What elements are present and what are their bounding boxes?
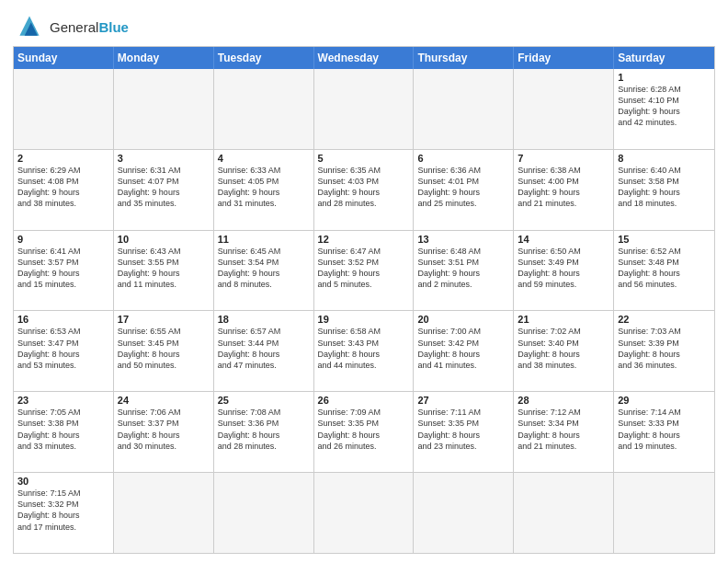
day-number: 21 (518, 314, 609, 325)
day-info: Sunrise: 6:47 AM Sunset: 3:52 PM Dayligh… (318, 246, 410, 291)
calendar-cell (514, 473, 614, 553)
calendar-cell: 16Sunrise: 6:53 AM Sunset: 3:47 PM Dayli… (14, 311, 114, 391)
day-info: Sunrise: 6:33 AM Sunset: 4:05 PM Dayligh… (218, 165, 310, 210)
calendar-body: 1Sunrise: 6:28 AM Sunset: 4:10 PM Daylig… (14, 69, 714, 553)
day-number: 3 (118, 153, 210, 164)
day-number: 15 (618, 234, 711, 245)
day-info: Sunrise: 7:09 AM Sunset: 3:35 PM Dayligh… (318, 407, 410, 452)
calendar-week-5: 23Sunrise: 7:05 AM Sunset: 3:38 PM Dayli… (14, 391, 714, 472)
day-number: 9 (17, 234, 109, 245)
calendar-cell: 27Sunrise: 7:11 AM Sunset: 3:35 PM Dayli… (414, 392, 514, 472)
day-info: Sunrise: 7:11 AM Sunset: 3:35 PM Dayligh… (417, 407, 509, 452)
calendar-cell: 10Sunrise: 6:43 AM Sunset: 3:55 PM Dayli… (114, 231, 214, 311)
day-number: 10 (118, 234, 210, 245)
day-number: 25 (218, 395, 310, 406)
day-number: 18 (218, 314, 310, 325)
day-number: 14 (518, 234, 609, 245)
calendar-cell: 30Sunrise: 7:15 AM Sunset: 3:32 PM Dayli… (14, 473, 114, 553)
day-number: 11 (218, 234, 310, 245)
day-info: Sunrise: 6:36 AM Sunset: 4:01 PM Dayligh… (417, 165, 509, 210)
day-info: Sunrise: 6:55 AM Sunset: 3:45 PM Dayligh… (118, 326, 210, 371)
day-info: Sunrise: 6:50 AM Sunset: 3:49 PM Dayligh… (518, 246, 609, 291)
day-number: 4 (218, 153, 310, 164)
day-info: Sunrise: 7:14 AM Sunset: 3:33 PM Dayligh… (618, 407, 711, 452)
calendar-cell: 17Sunrise: 6:55 AM Sunset: 3:45 PM Dayli… (114, 311, 214, 391)
calendar-week-6: 30Sunrise: 7:15 AM Sunset: 3:32 PM Dayli… (14, 472, 714, 553)
day-info: Sunrise: 7:08 AM Sunset: 3:36 PM Dayligh… (218, 407, 310, 452)
day-info: Sunrise: 6:41 AM Sunset: 3:57 PM Dayligh… (17, 246, 109, 291)
generalblue-logo-icon (13, 13, 46, 40)
day-number: 12 (318, 234, 410, 245)
day-info: Sunrise: 6:57 AM Sunset: 3:44 PM Dayligh… (218, 326, 310, 371)
calendar-week-4: 16Sunrise: 6:53 AM Sunset: 3:47 PM Dayli… (14, 310, 714, 391)
day-number: 8 (618, 153, 711, 164)
header-wednesday: Wednesday (314, 47, 415, 69)
day-number: 28 (518, 395, 609, 406)
calendar-week-2: 2Sunrise: 6:29 AM Sunset: 4:08 PM Daylig… (14, 149, 714, 230)
calendar-cell: 4Sunrise: 6:33 AM Sunset: 4:05 PM Daylig… (214, 150, 314, 230)
day-number: 16 (17, 314, 109, 325)
day-number: 23 (17, 395, 109, 406)
day-number: 13 (417, 234, 509, 245)
logo: GeneralBlue (13, 13, 129, 40)
day-info: Sunrise: 7:03 AM Sunset: 3:39 PM Dayligh… (618, 326, 711, 371)
calendar-cell: 25Sunrise: 7:08 AM Sunset: 3:36 PM Dayli… (214, 392, 314, 472)
calendar-cell: 28Sunrise: 7:12 AM Sunset: 3:34 PM Dayli… (514, 392, 614, 472)
header-sunday: Sunday (14, 47, 114, 69)
calendar-cell: 22Sunrise: 7:03 AM Sunset: 3:39 PM Dayli… (614, 311, 714, 391)
day-info: Sunrise: 6:53 AM Sunset: 3:47 PM Dayligh… (17, 326, 109, 371)
day-info: Sunrise: 6:40 AM Sunset: 3:58 PM Dayligh… (618, 165, 711, 210)
calendar-cell: 11Sunrise: 6:45 AM Sunset: 3:54 PM Dayli… (214, 231, 314, 311)
day-number: 2 (17, 153, 109, 164)
calendar-cell (214, 473, 314, 553)
calendar-cell (314, 69, 415, 149)
day-info: Sunrise: 6:48 AM Sunset: 3:51 PM Dayligh… (417, 246, 509, 291)
calendar-cell: 23Sunrise: 7:05 AM Sunset: 3:38 PM Dayli… (14, 392, 114, 472)
header-thursday: Thursday (414, 47, 514, 69)
calendar-cell: 8Sunrise: 6:40 AM Sunset: 3:58 PM Daylig… (614, 150, 714, 230)
calendar-cell: 20Sunrise: 7:00 AM Sunset: 3:42 PM Dayli… (414, 311, 514, 391)
day-number: 5 (318, 153, 410, 164)
day-number: 6 (417, 153, 509, 164)
day-number: 19 (318, 314, 410, 325)
calendar-cell (114, 473, 214, 553)
day-number: 22 (618, 314, 711, 325)
calendar-week-3: 9Sunrise: 6:41 AM Sunset: 3:57 PM Daylig… (14, 230, 714, 311)
calendar-cell: 2Sunrise: 6:29 AM Sunset: 4:08 PM Daylig… (14, 150, 114, 230)
calendar-cell: 13Sunrise: 6:48 AM Sunset: 3:51 PM Dayli… (414, 231, 514, 311)
day-info: Sunrise: 6:52 AM Sunset: 3:48 PM Dayligh… (618, 246, 711, 291)
calendar-week-1: 1Sunrise: 6:28 AM Sunset: 4:10 PM Daylig… (14, 69, 714, 149)
day-info: Sunrise: 7:15 AM Sunset: 3:32 PM Dayligh… (17, 488, 109, 533)
day-info: Sunrise: 7:12 AM Sunset: 3:34 PM Dayligh… (518, 407, 609, 452)
calendar-cell: 24Sunrise: 7:06 AM Sunset: 3:37 PM Dayli… (114, 392, 214, 472)
calendar-cell (114, 69, 214, 149)
day-info: Sunrise: 7:05 AM Sunset: 3:38 PM Dayligh… (17, 407, 109, 452)
calendar-cell: 18Sunrise: 6:57 AM Sunset: 3:44 PM Dayli… (214, 311, 314, 391)
calendar-cell (314, 473, 415, 553)
day-info: Sunrise: 7:00 AM Sunset: 3:42 PM Dayligh… (417, 326, 509, 371)
calendar-cell (414, 473, 514, 553)
calendar-cell (414, 69, 514, 149)
calendar-cell: 14Sunrise: 6:50 AM Sunset: 3:49 PM Dayli… (514, 231, 614, 311)
day-number: 24 (118, 395, 210, 406)
calendar-header: Sunday Monday Tuesday Wednesday Thursday… (14, 47, 714, 69)
header-friday: Friday (514, 47, 614, 69)
calendar-cell (214, 69, 314, 149)
day-number: 26 (318, 395, 410, 406)
calendar-cell: 12Sunrise: 6:47 AM Sunset: 3:52 PM Dayli… (314, 231, 415, 311)
calendar-cell (614, 473, 714, 553)
day-info: Sunrise: 6:38 AM Sunset: 4:00 PM Dayligh… (518, 165, 609, 210)
day-info: Sunrise: 6:28 AM Sunset: 4:10 PM Dayligh… (618, 84, 711, 129)
logo-text: GeneralBlue (50, 19, 129, 35)
calendar-cell: 19Sunrise: 6:58 AM Sunset: 3:43 PM Dayli… (314, 311, 415, 391)
calendar-cell: 29Sunrise: 7:14 AM Sunset: 3:33 PM Dayli… (614, 392, 714, 472)
header-saturday: Saturday (614, 47, 714, 69)
calendar-cell: 1Sunrise: 6:28 AM Sunset: 4:10 PM Daylig… (614, 69, 714, 149)
day-info: Sunrise: 6:35 AM Sunset: 4:03 PM Dayligh… (318, 165, 410, 210)
page: GeneralBlue Sunday Monday Tuesday Wednes… (0, 0, 728, 563)
day-info: Sunrise: 6:45 AM Sunset: 3:54 PM Dayligh… (218, 246, 310, 291)
calendar-cell: 21Sunrise: 7:02 AM Sunset: 3:40 PM Dayli… (514, 311, 614, 391)
calendar-cell (14, 69, 114, 149)
calendar-cell: 9Sunrise: 6:41 AM Sunset: 3:57 PM Daylig… (14, 231, 114, 311)
day-info: Sunrise: 7:06 AM Sunset: 3:37 PM Dayligh… (118, 407, 210, 452)
